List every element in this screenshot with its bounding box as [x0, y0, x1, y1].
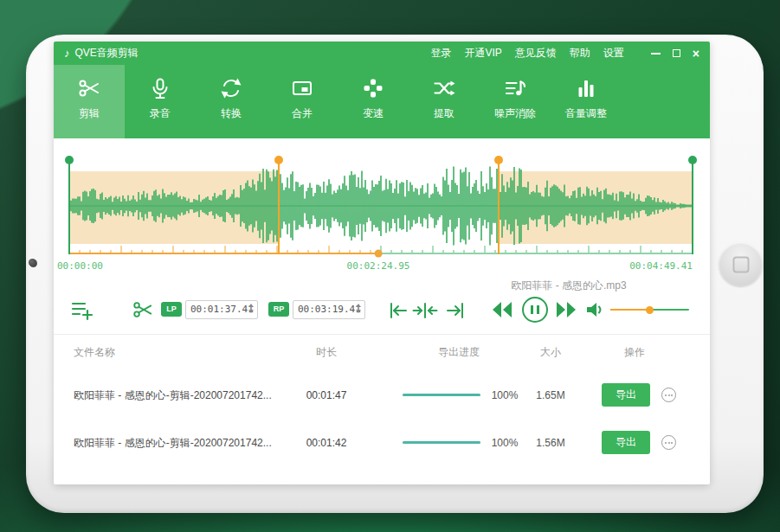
header-duration: 时长	[287, 345, 365, 360]
jump-to-cursor-button[interactable]	[412, 299, 438, 322]
app-window: ♪ QVE音频剪辑 登录 开通VIP 意见反馈 帮助 设置 ×	[54, 42, 710, 484]
app-title-group: ♪ QVE音频剪辑	[64, 46, 139, 61]
section-divider	[54, 334, 710, 335]
table-row[interactable]: 欧阳菲菲 - 感恩的心-剪辑-202007201742... 00:01:42 …	[54, 429, 710, 457]
start-marker-dot-icon	[65, 156, 74, 164]
home-button[interactable]	[719, 242, 763, 286]
home-button-square-icon	[732, 256, 749, 272]
size-cell: 1.65M	[516, 381, 585, 409]
tab-extract[interactable]: 提取	[409, 65, 480, 138]
progress-bar-fill	[403, 441, 480, 444]
loaded-file-name: 欧阳菲菲 - 感恩的心.mp3	[443, 279, 694, 293]
ellipsis-dot-icon	[668, 394, 670, 396]
menu-vip[interactable]: 开通VIP	[464, 46, 501, 61]
toolbar: 剪辑 录音	[54, 65, 710, 138]
volume-adjust-icon	[574, 76, 598, 100]
app-title: QVE音频剪辑	[75, 46, 139, 61]
right-point-stepper[interactable]	[356, 304, 361, 313]
right-point-value: 00:03:19.41	[298, 304, 361, 315]
volume-handle[interactable]	[646, 306, 654, 314]
scissors-icon	[77, 76, 101, 100]
tab-convert[interactable]: 转换	[196, 65, 267, 138]
jump-to-start-button[interactable]	[386, 299, 409, 322]
progress-bar	[403, 441, 480, 444]
microphone-icon	[148, 76, 172, 100]
minimize-button[interactable]	[651, 53, 661, 54]
jump-to-end-button[interactable]	[445, 299, 467, 322]
noise-reduction-icon	[503, 76, 527, 100]
ellipsis-dot-icon	[665, 442, 667, 444]
left-point-dot-icon	[274, 156, 283, 164]
menu-login[interactable]: 登录	[430, 46, 451, 61]
progress-bar	[403, 394, 480, 396]
merge-icon	[290, 76, 314, 100]
titlebar: ♪ QVE音频剪辑 登录 开通VIP 意见反馈 帮助 设置 ×	[54, 42, 710, 65]
ellipsis-dot-icon	[671, 442, 673, 444]
volume-slider[interactable]	[610, 309, 689, 311]
volume-fill	[610, 309, 650, 311]
tab-noise-reduction[interactable]: 噪声消除	[480, 65, 551, 138]
export-button[interactable]: 导出	[602, 383, 650, 407]
more-options-button[interactable]	[661, 435, 676, 450]
tab-volume-adjust[interactable]: 音量调整	[551, 65, 622, 138]
tab-label: 提取	[434, 106, 454, 121]
tab-record[interactable]: 录音	[125, 65, 196, 138]
rewind-button[interactable]	[490, 300, 514, 319]
maximize-button[interactable]	[673, 49, 680, 57]
start-marker[interactable]	[68, 163, 70, 254]
progress-bar-fill	[403, 394, 480, 396]
left-point-marker[interactable]	[278, 163, 280, 254]
pause-button[interactable]	[522, 297, 548, 323]
tab-merge[interactable]: 合并	[267, 65, 338, 138]
tab-cut[interactable]: 剪辑	[54, 65, 125, 138]
start-time-label: 00:00:00	[57, 260, 103, 272]
tab-label: 转换	[221, 106, 242, 121]
end-marker[interactable]	[692, 163, 693, 254]
desktop-background: ♪ QVE音频剪辑 登录 开通VIP 意见反馈 帮助 设置 ×	[0, 0, 780, 532]
window-controls: ×	[651, 49, 699, 58]
tab-speed[interactable]: 变速	[338, 65, 409, 138]
header-export-progress: 导出进度	[416, 345, 502, 360]
ellipsis-dot-icon	[671, 394, 673, 396]
step-down-icon[interactable]	[248, 310, 254, 313]
size-cell: 1.56M	[516, 429, 585, 457]
add-to-list-button[interactable]	[71, 299, 93, 322]
menu-feedback[interactable]: 意见反馈	[515, 46, 557, 61]
camera-icon	[29, 259, 36, 266]
fast-forward-button[interactable]	[554, 300, 578, 319]
right-point-badge: RP	[268, 302, 289, 317]
speed-icon	[361, 76, 385, 100]
ellipsis-dot-icon	[665, 394, 667, 396]
menu-settings[interactable]: 设置	[603, 46, 624, 61]
end-time-label: 00:04:49.41	[554, 260, 693, 272]
step-up-icon[interactable]	[356, 304, 361, 307]
music-note-icon: ♪	[64, 47, 70, 60]
current-time-label: 00:02:24.95	[309, 260, 448, 272]
right-point-marker[interactable]	[498, 163, 500, 254]
ellipsis-dot-icon	[668, 442, 670, 444]
left-point-value: 00:01:37.41	[190, 304, 254, 315]
tab-label: 剪辑	[79, 106, 100, 121]
export-button[interactable]: 导出	[602, 431, 650, 454]
tab-label: 噪声消除	[494, 106, 536, 121]
close-button[interactable]: ×	[693, 49, 699, 58]
step-down-icon[interactable]	[356, 310, 361, 313]
left-point-input[interactable]: 00:01:37.41	[185, 300, 258, 319]
timeline-ruler[interactable]	[69, 242, 693, 259]
speaker-icon[interactable]	[585, 300, 604, 319]
left-point-stepper[interactable]	[248, 304, 254, 313]
cut-button[interactable]	[132, 298, 154, 321]
right-point-input[interactable]: 00:03:19.41	[293, 300, 365, 319]
titlebar-menu: 登录 开通VIP 意见反馈 帮助 设置 ×	[430, 46, 699, 61]
table-row[interactable]: 欧阳菲菲 - 感恩的心-剪辑-202007201742... 00:01:47 …	[54, 381, 710, 409]
tab-label: 录音	[150, 106, 171, 121]
menu-help[interactable]: 帮助	[570, 46, 590, 61]
step-up-icon[interactable]	[248, 304, 254, 307]
header-action: 操作	[600, 345, 669, 360]
playback-controls: LP 00:01:37.41 RP 00:03:19.41	[54, 294, 710, 325]
more-options-button[interactable]	[661, 388, 676, 402]
pause-bar-icon	[531, 305, 533, 314]
tab-label: 合并	[292, 106, 313, 121]
header-size: 大小	[516, 345, 585, 360]
convert-icon	[219, 76, 243, 100]
